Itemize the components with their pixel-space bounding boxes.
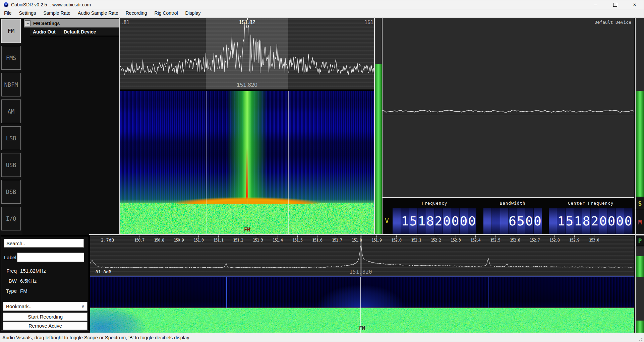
- field-digits-bandwidth[interactable]: 6500: [483, 208, 542, 234]
- remove-active-button[interactable]: Remove Active: [3, 322, 87, 330]
- digit-cell[interactable]: [492, 208, 500, 234]
- mode-button-am[interactable]: AM: [1, 99, 21, 123]
- tick-mark: [198, 235, 199, 237]
- bookmark-panel: Label Freq151.82MHzBW6.5KHzTypeFM Bookma…: [1, 236, 89, 331]
- digit-cell[interactable]: 5: [566, 208, 574, 234]
- tick-label: 151.6: [312, 238, 322, 243]
- digit-cell[interactable]: 8: [426, 208, 434, 234]
- digit-cell[interactable]: 2: [434, 208, 443, 234]
- digit-cell[interactable]: 0: [451, 208, 460, 234]
- digit-cell[interactable]: 2: [591, 208, 599, 234]
- digit-cell[interactable]: 0: [599, 208, 607, 234]
- collapse-icon[interactable]: −: [25, 20, 31, 26]
- db-bottom-label: -81.8dB: [93, 269, 111, 274]
- digit-cell[interactable]: [500, 208, 509, 234]
- status-text: Audio Visuals, drag left/right to toggle…: [2, 335, 190, 340]
- digit-cell[interactable]: 1: [418, 208, 426, 234]
- demod-selection-edge-right[interactable]: [288, 91, 289, 234]
- digit-cell[interactable]: 0: [460, 208, 468, 234]
- mode-button-nbfm[interactable]: NBFM: [1, 73, 21, 96]
- menu-item-settings[interactable]: Settings: [15, 9, 40, 17]
- field-bandwidth[interactable]: Bandwidth6500: [483, 198, 542, 234]
- digit-cell[interactable]: [483, 208, 492, 234]
- tick-mark: [337, 235, 337, 237]
- demod-freq-right: 151: [364, 19, 373, 25]
- digit-cell[interactable]: 0: [525, 208, 534, 234]
- label-input[interactable]: [17, 253, 84, 262]
- menu-item-rig-control[interactable]: Rig Control: [151, 9, 182, 17]
- bookmark-dropdown[interactable]: Bookmark.. ∨: [3, 302, 87, 311]
- audio-out-value[interactable]: Default Device: [61, 27, 120, 36]
- digit-cell[interactable]: 1: [557, 208, 566, 234]
- search-input[interactable]: [4, 239, 84, 248]
- main-waterfall-blue-patch: [90, 308, 164, 333]
- bookmark-dropdown-value: Bookmark..: [6, 303, 32, 309]
- main-waterfall[interactable]: FM: [90, 277, 634, 333]
- main-spectrum[interactable]: 150.7150.8150.9151.0151.1151.2151.3151.4…: [90, 235, 634, 276]
- digit-cell[interactable]: 1: [401, 208, 409, 234]
- audio-out-label: Audio Out: [30, 27, 61, 36]
- field-frequency[interactable]: Frequency151820000: [393, 198, 476, 234]
- bookmark-row-type: TypeFM: [1, 288, 89, 294]
- digit-cell[interactable]: 1: [574, 208, 582, 234]
- tick-mark: [574, 235, 575, 237]
- digit-cell[interactable]: 0: [616, 208, 624, 234]
- peak-hold-button[interactable]: P: [636, 235, 644, 246]
- tick-mark: [238, 235, 238, 237]
- tick-label: 150.8: [154, 238, 164, 243]
- main-modem-label: FM: [359, 325, 365, 331]
- menu-item-audio-sample-rate[interactable]: Audio Sample Rate: [74, 9, 122, 17]
- field-digits-center-frequency[interactable]: 151820000: [549, 208, 633, 234]
- tick-label: 152.7: [530, 238, 540, 243]
- demod-spectrum[interactable]: .81 151.82 151 151.820: [120, 18, 374, 89]
- resize-grip[interactable]: [639, 337, 643, 341]
- menu-item-file[interactable]: File: [0, 9, 15, 17]
- gain-slider-fill[interactable]: [636, 91, 644, 197]
- waterfall-slider-fill[interactable]: [636, 321, 644, 333]
- demod-waterfall[interactable]: FM: [120, 91, 374, 234]
- tick-mark: [297, 235, 298, 237]
- menu-item-display[interactable]: Display: [182, 9, 204, 17]
- mode-button-lsb[interactable]: LSB: [1, 126, 21, 150]
- field-label-center-frequency: Center Frequency: [549, 198, 633, 208]
- close-button[interactable]: ✕: [625, 0, 644, 9]
- audio-scope[interactable]: Default Device: [383, 18, 634, 198]
- peak-hold-label: P: [638, 237, 642, 244]
- digit-cell[interactable]: 0: [443, 208, 451, 234]
- mode-button-usb[interactable]: USB: [1, 153, 21, 177]
- mode-button-dsb[interactable]: DSB: [1, 180, 21, 204]
- digit-cell[interactable]: 0: [607, 208, 616, 234]
- spectrum-slider-fill[interactable]: [636, 256, 644, 277]
- bookmark-key: BW: [1, 278, 17, 284]
- bookmark-row-bw: BW6.5KHz: [1, 278, 89, 284]
- menu-item-sample-rate[interactable]: Sample Rate: [40, 9, 74, 17]
- menu-item-recording[interactable]: Recording: [122, 9, 151, 17]
- maximize-button[interactable]: [605, 0, 625, 9]
- demod-freq-left: .81: [122, 19, 129, 25]
- digit-cell[interactable]: 8: [582, 208, 591, 234]
- bookmark-key: Freq: [1, 268, 17, 274]
- field-digits-frequency[interactable]: 151820000: [393, 208, 476, 234]
- field-center-frequency[interactable]: Center Frequency151820000: [549, 198, 633, 234]
- cubicsdr-window: CubicSDR v0.2.5 :: www.cubicsdr.com – ✕ …: [0, 0, 644, 342]
- solo-button[interactable]: S: [636, 198, 644, 209]
- demod-selection-edge-left[interactable]: [206, 91, 207, 234]
- digit-cell[interactable]: [393, 208, 401, 234]
- digit-cell[interactable]: 5: [517, 208, 525, 234]
- digit-cell[interactable]: 0: [468, 208, 476, 234]
- demod-gain-meter[interactable]: [375, 18, 383, 235]
- mute-button[interactable]: M: [636, 210, 644, 234]
- digit-cell[interactable]: 5: [409, 208, 418, 234]
- tick-mark: [218, 235, 219, 237]
- mode-button-fms[interactable]: FMS: [1, 46, 21, 70]
- tick-mark: [396, 235, 397, 237]
- mode-button-fm[interactable]: FM: [1, 19, 21, 43]
- digit-cell[interactable]: 6: [509, 208, 517, 234]
- start-recording-button[interactable]: Start Recording: [3, 313, 87, 321]
- digit-cell[interactable]: [549, 208, 557, 234]
- digit-cell[interactable]: 0: [624, 208, 633, 234]
- tick-label: 152.9: [569, 238, 579, 243]
- digit-cell[interactable]: 0: [534, 208, 542, 234]
- minimize-button[interactable]: –: [586, 0, 605, 9]
- mode-button-i-q[interactable]: I/Q: [1, 207, 21, 230]
